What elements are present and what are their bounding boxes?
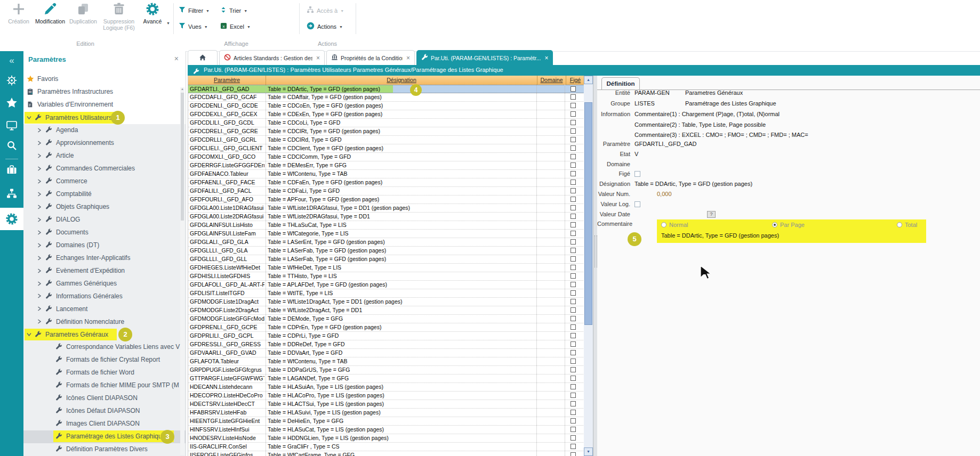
tree-item[interactable]: Formats de fichier Word xyxy=(23,367,186,379)
tab-definition[interactable]: Définition xyxy=(601,77,640,90)
fige-checkbox[interactable] xyxy=(571,137,576,142)
radio-circle-icon[interactable] xyxy=(661,222,666,227)
table-row[interactable]: GFDFALILI._GFD_FACLTable = CDFaLi, Type … xyxy=(188,187,584,196)
radio-par-page[interactable]: Par Page xyxy=(772,222,805,228)
column-header-domaine[interactable]: Domaine xyxy=(537,76,566,85)
tree-item[interactable]: Favoris xyxy=(23,73,186,86)
radio-circle-icon[interactable] xyxy=(897,222,902,227)
tab-proprietes-condition[interactable]: Propriétés de la Condition × xyxy=(326,50,415,65)
acces-a-dropdown-caret[interactable]: ▼ xyxy=(340,9,344,13)
chevron-right-icon[interactable] xyxy=(37,243,42,248)
scroll-down-icon[interactable]: ▼ xyxy=(584,447,593,456)
table-row[interactable]: GTTPARGF.ListeGFGWFWGTTTable = LAGANDef,… xyxy=(188,374,584,383)
tab-par-uti-param-gen-listes[interactable]: Par.Uti. (PARAM-GEN/LISTES) : Paramètr..… xyxy=(416,50,553,65)
chevron-down-icon[interactable] xyxy=(27,116,31,120)
table-row[interactable]: HINFSSRV.ListeHInfSuiTable = HLASuCat, T… xyxy=(188,426,584,434)
actions-dropdown-caret[interactable]: ▼ xyxy=(339,25,343,29)
fige-checkbox[interactable] xyxy=(571,376,576,381)
chevron-right-icon[interactable] xyxy=(37,319,42,324)
scroll-up-icon[interactable]: ▲ xyxy=(180,87,184,91)
table-row[interactable]: HDECOPRO.ListeHDeCoProTable = HLACoPro, … xyxy=(188,392,584,400)
table-row[interactable]: HDECTSRV.ListeHDecCTTable = HLACTSui, Ty… xyxy=(188,400,584,409)
fige-checkbox[interactable] xyxy=(571,197,576,202)
column-header-fige[interactable]: Figé xyxy=(566,76,584,85)
fige-checkbox[interactable] xyxy=(571,452,576,456)
table-row[interactable]: GFDGLA00.Liste1DRAGfasuiTable = WfListe1… xyxy=(188,204,584,213)
table-row[interactable]: GRPDPUGF.ListeGFGfcgrusTable = DDPaGrUS,… xyxy=(188,366,584,374)
helm-icon[interactable] xyxy=(0,75,23,88)
chevron-right-icon[interactable] xyxy=(37,268,42,273)
fige-checkbox[interactable] xyxy=(571,435,576,441)
vues-button[interactable]: Vues ▼ xyxy=(179,21,208,32)
vues-dropdown-caret[interactable]: ▼ xyxy=(204,25,208,29)
fige-checkbox[interactable] xyxy=(571,128,576,134)
fige-checkbox[interactable] xyxy=(571,180,576,185)
tree-item[interactable]: Images Client DIAPASON xyxy=(23,418,186,430)
table-row[interactable]: GFDRESSLI._GFD_GRESSTable = DDReDef, Typ… xyxy=(188,340,584,349)
tree-item[interactable]: Commerce xyxy=(23,175,186,188)
tree-item[interactable]: Domaines (DT) xyxy=(23,239,186,252)
tree-item[interactable]: Paramètres Infrastructures xyxy=(23,86,186,99)
close-icon[interactable]: × xyxy=(316,54,320,62)
tree-item[interactable]: Objets Graphiques xyxy=(23,201,186,214)
tree-item[interactable]: Formats de fichier MIME pour SMTP (M xyxy=(23,379,186,392)
radio-normal[interactable]: Normal xyxy=(661,222,688,228)
table-row[interactable]: GFDMODGF.ListeGFGFcModesTable = DEMode, … xyxy=(188,315,584,323)
search-icon[interactable] xyxy=(0,140,23,153)
excel-dropdown-caret[interactable]: ▼ xyxy=(247,25,251,29)
fige-checkbox[interactable] xyxy=(571,410,576,415)
chevron-right-icon[interactable] xyxy=(37,141,42,145)
modification-button[interactable]: Modification xyxy=(34,2,66,25)
chevron-right-icon[interactable] xyxy=(37,166,42,171)
org-chart-icon[interactable] xyxy=(0,188,23,201)
fige-checkbox[interactable] xyxy=(571,145,576,151)
settings-gear-icon[interactable] xyxy=(0,213,23,227)
chevron-down-icon[interactable] xyxy=(27,332,31,337)
chevron-right-icon[interactable] xyxy=(37,128,42,133)
fige-checkbox[interactable] xyxy=(571,154,576,159)
tab-home[interactable] xyxy=(188,50,218,65)
fige-checkbox[interactable] xyxy=(571,273,576,279)
tree-item[interactable]: Paramètres Utilisateurs xyxy=(23,111,186,124)
table-row[interactable]: GFDLAFOLI._GFD_AL-ART-FOUTable = APLAFDe… xyxy=(188,281,584,289)
table-row[interactable]: GFDFAENACO.TableurTable = WfContenu, Typ… xyxy=(188,170,584,178)
table-row[interactable]: GFDCDENLI._GFD_GCDETable = CDCoEn, Type … xyxy=(188,102,584,110)
fige-checkbox[interactable] xyxy=(571,393,576,398)
excel-button[interactable]: x Excel ▼ xyxy=(220,21,251,32)
fige-checkbox[interactable] xyxy=(571,359,576,364)
fige-checkbox[interactable] xyxy=(571,282,576,287)
creation-button[interactable]: Création xyxy=(4,2,33,25)
fige-checkbox[interactable] xyxy=(571,214,576,219)
avance-dropdown-caret[interactable]: ▼ xyxy=(166,21,170,25)
fige-checkbox[interactable] xyxy=(571,316,576,321)
favorites-star-icon[interactable] xyxy=(0,97,23,111)
chevron-right-icon[interactable] xyxy=(37,306,42,311)
radio-circle-icon[interactable] xyxy=(772,222,777,227)
fige-checkbox[interactable] xyxy=(571,265,576,270)
table-row[interactable]: GFDGLAINFSUI.ListeFamTable = WfCategorie… xyxy=(188,230,584,238)
fige-checkbox[interactable] xyxy=(571,94,576,100)
fige-checkbox[interactable] xyxy=(571,205,576,210)
fige-checkbox[interactable] xyxy=(571,401,576,406)
definition-checkbox[interactable] xyxy=(634,171,640,177)
table-row[interactable]: GFDCDRLLI._GFD_GCRLTable = CDCIRd, Type … xyxy=(188,136,584,144)
table-row[interactable]: GFDMODGF.Liste2DragActTable = WfListe2Dr… xyxy=(188,306,584,315)
column-header-designation[interactable]: Désignation xyxy=(266,76,537,85)
chevron-right-icon[interactable] xyxy=(37,153,42,158)
table-row[interactable]: GFDCDEXLI._GFD_GCEXTable = CDExEn, Type … xyxy=(188,110,584,119)
table-row[interactable]: GFDGLALI._GFD_GLATable = LASerEnt, Type … xyxy=(188,238,584,247)
table-row[interactable]: GFDPRLILI._GFD_GCPLTable = CDPrLi, Type … xyxy=(188,332,584,340)
table-row[interactable]: GFDGLA00.Liste2DRAGfasuiTable = WfListe2… xyxy=(188,213,584,221)
fige-checkbox[interactable] xyxy=(571,299,576,304)
tree-item[interactable]: Echanges Inter-Applicatifs xyxy=(23,252,186,265)
tree-item[interactable]: Agenda xyxy=(23,124,186,137)
tree-item[interactable]: Correspondance Variables Liens avec V xyxy=(23,341,186,354)
table-row[interactable]: HFABRSRV.ListeHFabTable = HLASuivi, Type… xyxy=(188,409,584,417)
table-row[interactable]: IIS-GRACLIFR.ConSelTable = GraCliFr , Ty… xyxy=(188,443,584,451)
table-row[interactable]: GFDFOURLI._GFD_AFOTable = APFour, Type =… xyxy=(188,196,584,204)
fige-checkbox[interactable] xyxy=(571,222,576,227)
fige-checkbox[interactable] xyxy=(571,384,576,389)
fige-checkbox[interactable] xyxy=(571,120,576,125)
fige-checkbox[interactable] xyxy=(571,171,576,176)
table-row[interactable]: GFDGLLLI._GFD_GLATable = LASerFab, Type … xyxy=(188,247,584,255)
